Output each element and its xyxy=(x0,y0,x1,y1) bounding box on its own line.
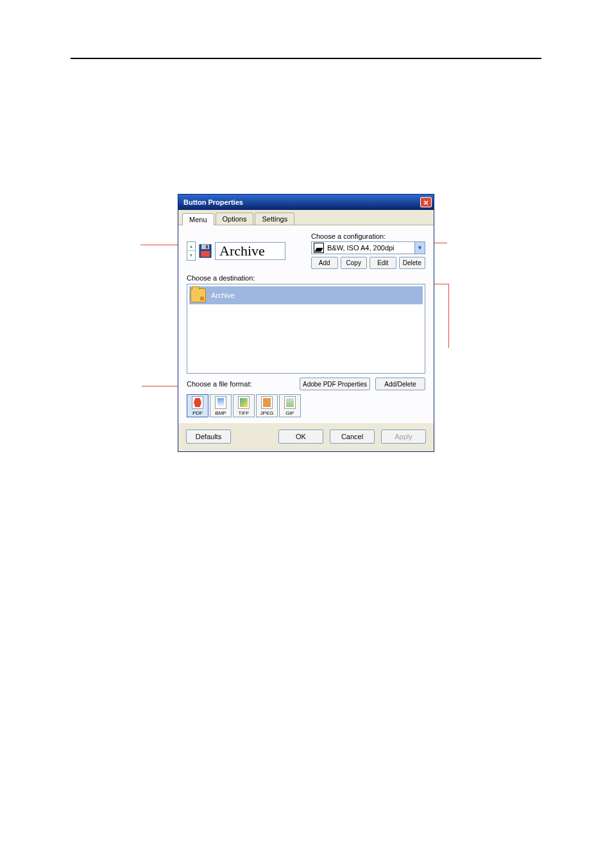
page-rule xyxy=(71,58,541,59)
callout-stroke xyxy=(434,284,448,284)
config-add-button[interactable]: Add xyxy=(311,257,338,269)
button-name-field[interactable]: Archive xyxy=(215,242,285,260)
callout-stroke xyxy=(434,243,447,243)
spinner-up-icon[interactable]: ▲ xyxy=(187,242,195,251)
config-label: Choose a configuration: xyxy=(311,232,425,240)
svg-rect-3 xyxy=(201,251,210,257)
tab-menu[interactable]: Menu xyxy=(182,213,214,225)
config-mode-icon xyxy=(314,243,324,253)
dialog-button-bar: Defaults OK Cancel Apply xyxy=(178,423,434,451)
bmp-icon xyxy=(215,396,226,409)
tab-options[interactable]: Options xyxy=(216,213,254,225)
tab-settings[interactable]: Settings xyxy=(255,213,294,225)
format-pdf[interactable]: PDF xyxy=(187,394,208,417)
svg-rect-1 xyxy=(201,245,209,249)
tiff-icon xyxy=(238,396,250,409)
tab-strip: Menu Options Settings xyxy=(178,210,434,225)
apply-button[interactable]: Apply xyxy=(381,430,426,444)
format-jpeg[interactable]: JPEG xyxy=(256,394,278,417)
dialog-body: ▲ ▼ Archive Choose a configuration: B&W,… xyxy=(178,225,434,423)
config-delete-button[interactable]: Delete xyxy=(399,257,426,269)
format-label: BMP xyxy=(215,410,226,416)
button-properties-dialog: Button Properties × Menu Options Setting… xyxy=(178,194,434,452)
add-delete-button[interactable]: Add/Delete xyxy=(375,378,425,390)
jpeg-icon xyxy=(261,396,273,409)
gif-icon xyxy=(284,396,296,409)
ok-button[interactable]: OK xyxy=(278,430,323,444)
folder-icon xyxy=(191,288,206,302)
svg-rect-2 xyxy=(206,245,208,248)
chevron-down-icon[interactable]: ▼ xyxy=(414,242,425,254)
format-label: GIF xyxy=(285,410,294,416)
destination-list[interactable]: Archive xyxy=(187,284,425,374)
format-bmp[interactable]: BMP xyxy=(210,394,232,417)
dialog-title: Button Properties xyxy=(183,198,243,206)
destination-item-label: Archive xyxy=(211,291,235,299)
pdf-icon xyxy=(192,396,203,409)
config-copy-button[interactable]: Copy xyxy=(341,257,368,269)
format-label: PDF xyxy=(192,410,203,416)
callout-stroke xyxy=(140,245,178,245)
callout-stroke xyxy=(448,284,449,348)
format-gif[interactable]: GIF xyxy=(279,394,301,417)
spinner-down-icon[interactable]: ▼ xyxy=(187,250,195,260)
button-order-spinner[interactable]: ▲ ▼ xyxy=(187,241,196,261)
pdf-properties-button[interactable]: Adobe PDF Properties xyxy=(300,378,370,390)
config-selected-value: B&W, ISO A4, 200dpi xyxy=(326,244,414,252)
format-label: TIFF xyxy=(239,410,250,416)
callout-stroke xyxy=(142,386,178,386)
format-label: JPEG xyxy=(260,410,274,416)
dialog-figure: Button Properties × Menu Options Setting… xyxy=(178,194,434,452)
titlebar[interactable]: Button Properties × xyxy=(178,195,434,210)
destination-label: Choose a destination: xyxy=(187,274,425,282)
config-edit-button[interactable]: Edit xyxy=(370,257,396,269)
file-format-selector: PDF BMP TIFF JPEG GIF xyxy=(187,394,425,417)
format-tiff[interactable]: TIFF xyxy=(233,394,255,417)
list-item[interactable]: Archive xyxy=(189,286,423,304)
close-button[interactable]: × xyxy=(420,197,432,207)
file-format-label: Choose a file format: xyxy=(187,380,300,388)
defaults-button[interactable]: Defaults xyxy=(186,430,231,444)
close-icon: × xyxy=(423,198,429,207)
config-select[interactable]: B&W, ISO A4, 200dpi ▼ xyxy=(311,241,425,254)
cancel-button[interactable]: Cancel xyxy=(330,430,375,444)
archive-disk-icon xyxy=(198,243,212,259)
